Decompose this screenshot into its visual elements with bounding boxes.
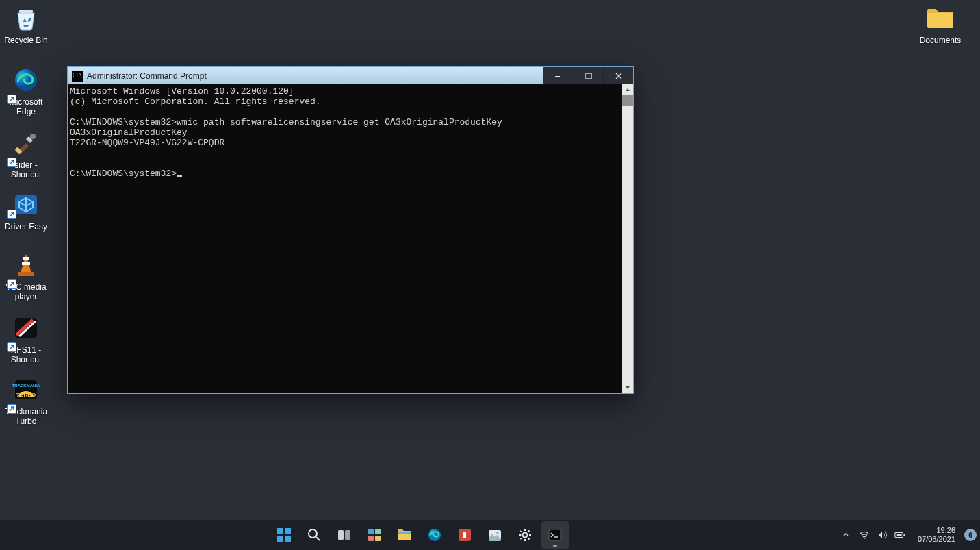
file-explorer-button[interactable] <box>391 521 418 549</box>
task-view-icon <box>336 527 352 543</box>
svg-rect-17 <box>277 536 283 542</box>
svg-rect-16 <box>285 528 291 534</box>
desktop-icon-label: Driver Easy <box>5 222 47 232</box>
taskbar: 19:26 07/08/2021 6 <box>0 520 980 550</box>
cmd-icon <box>547 527 563 543</box>
settings-button[interactable] <box>511 521 539 549</box>
desktop-icon-trackmania[interactable]: TRACKMANIATURBO Trackmania Turbo <box>0 375 52 426</box>
svg-rect-0 <box>19 10 33 13</box>
svg-point-2 <box>30 134 36 139</box>
notifications-button[interactable]: 6 <box>961 529 980 541</box>
svg-rect-13 <box>555 76 560 77</box>
app-red-icon <box>456 527 473 543</box>
svg-rect-37 <box>903 534 905 536</box>
cmd-button[interactable] <box>541 521 569 549</box>
recycle-bin-icon <box>12 4 40 33</box>
shortcut-arrow-icon <box>7 279 16 289</box>
folder-icon <box>926 4 955 33</box>
cmd-body: Microsoft Windows [Version 10.0.22000.12… <box>68 84 633 393</box>
start-icon <box>276 527 292 543</box>
clock-date: 07/08/2021 <box>918 535 955 544</box>
svg-rect-18 <box>285 536 291 542</box>
clock-time: 19:26 <box>918 526 955 535</box>
desktop-icon-label: Recycle Bin <box>4 36 47 45</box>
svg-rect-25 <box>375 536 381 541</box>
search-icon <box>306 527 322 543</box>
svg-rect-6 <box>23 257 29 260</box>
desktop-icon-nfs11[interactable]: NFS11 - Shortcut <box>0 314 52 364</box>
cmd-cursor <box>177 175 182 177</box>
task-view-button[interactable] <box>331 521 358 549</box>
minimize-button[interactable] <box>543 67 573 84</box>
shortcut-arrow-icon <box>7 404 16 414</box>
svg-rect-14 <box>586 73 591 79</box>
svg-text:TURBO: TURBO <box>16 392 36 398</box>
desktop-icon-documents[interactable]: Documents <box>914 4 966 45</box>
svg-point-19 <box>309 529 317 538</box>
edge-button[interactable] <box>421 521 448 549</box>
widgets-icon <box>366 527 383 543</box>
cmd-scrollbar[interactable] <box>622 84 633 393</box>
scroll-thumb[interactable] <box>622 95 633 106</box>
svg-rect-38 <box>897 534 902 536</box>
gear-icon <box>517 527 533 543</box>
cmd-output[interactable]: Microsoft Windows [Version 10.0.22000.12… <box>68 84 622 393</box>
vlc-icon <box>12 251 40 279</box>
photos-icon <box>487 527 503 543</box>
svg-rect-3 <box>14 147 22 154</box>
desktop-icon-recycle-bin[interactable]: Recycle Bin <box>0 4 52 45</box>
notifications-badge: 6 <box>964 529 977 541</box>
widgets-button[interactable] <box>361 521 388 549</box>
svg-point-32 <box>496 532 499 534</box>
svg-text:TRACKMANIA: TRACKMANIA <box>12 384 40 388</box>
svg-rect-27 <box>398 532 411 534</box>
app-red-button[interactable] <box>451 521 478 549</box>
clock[interactable]: 19:26 07/08/2021 <box>912 526 961 544</box>
shortcut-arrow-icon <box>7 158 16 167</box>
desktop-icon-driver-easy[interactable]: Driver Easy <box>0 190 52 232</box>
battery-icon[interactable] <box>894 529 905 540</box>
search-button[interactable] <box>300 521 328 549</box>
svg-rect-30 <box>463 532 466 538</box>
wifi-icon[interactable] <box>859 529 870 540</box>
cmd-titlebar[interactable]: C:\ Administrator: Command Prompt <box>68 67 633 84</box>
desktop-icon-vlc[interactable]: VLC media player <box>0 251 52 301</box>
system-tray: 19:26 07/08/2021 6 <box>840 520 980 550</box>
nfs11-icon <box>12 314 40 342</box>
taskbar-center <box>0 521 840 549</box>
start-button[interactable] <box>270 521 298 549</box>
shortcut-arrow-icon <box>7 342 16 352</box>
cmd-titlebar-icon: C:\ <box>72 71 83 82</box>
photos-button[interactable] <box>481 521 508 549</box>
svg-rect-22 <box>368 529 374 534</box>
svg-rect-34 <box>549 529 561 540</box>
svg-point-33 <box>523 533 528 538</box>
scroll-up-button[interactable] <box>622 84 633 95</box>
svg-rect-7 <box>18 272 34 276</box>
cmd-window[interactable]: C:\ Administrator: Command Prompt Micros… <box>67 66 634 394</box>
scroll-track[interactable] <box>622 106 633 382</box>
svg-rect-24 <box>368 536 374 541</box>
edge-icon <box>12 66 40 95</box>
shortcut-arrow-icon <box>7 95 16 104</box>
svg-rect-21 <box>345 530 350 540</box>
svg-rect-20 <box>338 530 344 540</box>
maximize-button[interactable] <box>573 67 603 84</box>
svg-rect-12 <box>927 13 953 28</box>
edge-icon <box>426 527 443 543</box>
trackmania-icon: TRACKMANIATURBO <box>12 375 40 404</box>
svg-rect-5 <box>22 262 30 265</box>
cmd-title: Administrator: Command Prompt <box>87 71 207 81</box>
desktop-icon-edge[interactable]: Microsoft Edge <box>0 66 52 116</box>
desktop-icon-sider[interactable]: sider - Shortcut <box>0 129 52 179</box>
volume-icon[interactable] <box>877 529 888 540</box>
svg-point-35 <box>864 538 865 539</box>
shortcut-arrow-icon <box>7 210 16 219</box>
svg-rect-15 <box>277 528 283 534</box>
tray-expand-button[interactable] <box>840 520 852 550</box>
desktop-icon-label: Documents <box>920 36 962 45</box>
tools-icon <box>12 129 40 158</box>
close-button[interactable] <box>603 67 633 84</box>
file-explorer-icon <box>396 527 413 543</box>
scroll-down-button[interactable] <box>622 382 633 393</box>
